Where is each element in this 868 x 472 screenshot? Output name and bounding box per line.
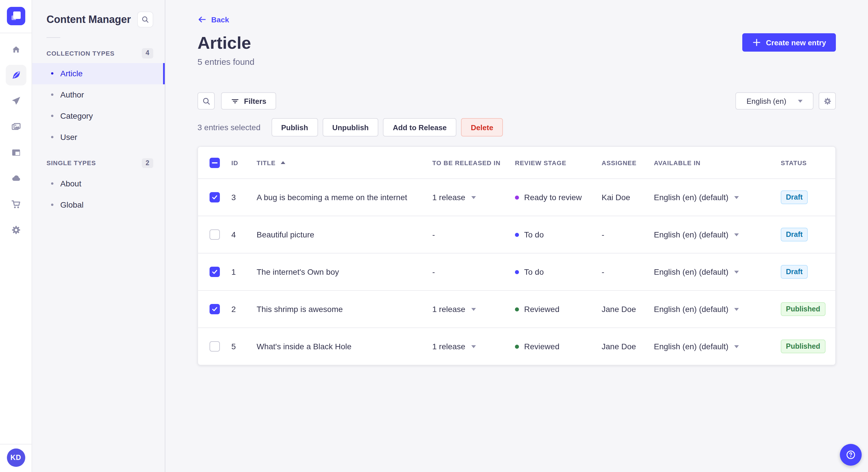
cell-title: The internet's Own boy <box>257 267 432 276</box>
section-label: COLLECTION TYPES <box>46 50 115 57</box>
help-icon <box>845 449 857 461</box>
sidebar-item-label: Category <box>60 111 93 121</box>
cell-review-stage: To do <box>515 267 601 276</box>
user-avatar[interactable]: KD <box>7 448 25 467</box>
cell-release[interactable]: 1 release <box>432 193 515 202</box>
strapi-logo[interactable] <box>7 7 25 25</box>
chevron-down-icon <box>471 308 476 310</box>
delete-button[interactable]: Delete <box>461 118 503 136</box>
rail-bottom-divider <box>0 444 32 444</box>
cell-assignee: Jane Doe <box>601 305 654 314</box>
table-row[interactable]: 5 What's inside a Black Hole 1 release R… <box>198 328 835 365</box>
home-icon[interactable] <box>5 39 26 60</box>
subnav-search-button[interactable] <box>137 11 153 28</box>
sidebar-item-global[interactable]: Global <box>32 194 165 215</box>
check-icon <box>211 268 218 275</box>
cell-review-stage: To do <box>515 230 601 239</box>
cell-release[interactable]: 1 release <box>432 342 515 351</box>
help-button[interactable] <box>840 444 862 466</box>
column-header-assignee: ASSIGNEE <box>601 159 654 166</box>
marketplace-cart-icon[interactable] <box>5 194 26 214</box>
content-type-builder-layout-icon[interactable] <box>5 142 26 163</box>
sidebar-item-author[interactable]: Author <box>32 84 165 105</box>
search-entries-button[interactable] <box>197 92 215 109</box>
single-types-section: SINGLE TYPES 2 About Global <box>32 154 165 215</box>
filter-icon <box>231 97 239 105</box>
cell-available-in[interactable]: English (en) (default) <box>654 193 781 202</box>
unpublish-button[interactable]: Unpublish <box>322 118 378 136</box>
stage-dot-icon <box>515 270 519 274</box>
bullet-icon <box>51 182 53 184</box>
column-header-release: TO BE RELEASED IN <box>432 159 515 166</box>
stage-dot-icon <box>515 195 519 199</box>
sidebar-item-category[interactable]: Category <box>32 105 165 127</box>
section-count-badge: 4 <box>142 48 153 58</box>
column-header-status: STATUS <box>781 159 835 166</box>
table-row[interactable]: 2 This shrimp is awesome 1 release Revie… <box>198 290 835 328</box>
selection-summary: 3 entries selected <box>197 123 260 132</box>
sidebar-item-label: Author <box>60 90 84 99</box>
search-icon <box>141 15 149 24</box>
table-header-row: ID TITLE TO BE RELEASED IN REVIEW STAGE … <box>198 147 835 178</box>
releases-paper-plane-icon[interactable] <box>5 91 26 111</box>
row-checkbox[interactable] <box>210 267 220 277</box>
chevron-down-icon <box>734 270 739 273</box>
row-checkbox[interactable] <box>210 229 220 240</box>
entries-count: 5 entries found <box>197 57 255 67</box>
bullet-icon <box>51 72 53 74</box>
main-content: Back Article 5 entries found Create new … <box>165 0 868 472</box>
add-to-release-button[interactable]: Add to Release <box>383 118 456 136</box>
column-header-id[interactable]: ID <box>231 159 257 166</box>
cell-title: A bug is becoming a meme on the internet <box>257 193 432 202</box>
chevron-down-icon <box>471 345 476 348</box>
cell-available-in[interactable]: English (en) (default) <box>654 267 781 276</box>
create-new-entry-button[interactable]: Create new entry <box>742 33 836 52</box>
row-checkbox[interactable] <box>210 341 220 351</box>
strapi-logo-icon <box>7 7 25 25</box>
sidebar-item-label: Global <box>60 200 84 209</box>
table-row[interactable]: 1 The internet's Own boy - To do - Engli… <box>198 253 835 290</box>
sidebar-item-label: About <box>60 179 81 188</box>
plus-icon <box>752 38 761 47</box>
cell-available-in[interactable]: English (en) (default) <box>654 230 781 239</box>
view-settings-button[interactable] <box>818 92 836 109</box>
cell-status: Draft <box>781 228 835 241</box>
selection-action-bar: 3 entries selected Publish Unpublish Add… <box>197 118 836 136</box>
media-library-pictures-icon[interactable] <box>5 116 26 137</box>
locale-select[interactable]: English (en) <box>735 92 813 109</box>
cell-status: Draft <box>781 191 835 204</box>
cell-title: Beautiful picture <box>257 230 432 239</box>
cell-review-stage: Ready to review <box>515 193 601 202</box>
back-link[interactable]: Back <box>197 15 229 24</box>
table-row[interactable]: 4 Beautiful picture - To do - English (e… <box>198 216 835 253</box>
list-toolbar: Filters English (en) <box>197 92 836 109</box>
cloud-icon[interactable] <box>5 168 26 189</box>
column-header-title[interactable]: TITLE <box>257 159 432 166</box>
cell-release[interactable]: 1 release <box>432 305 515 314</box>
settings-gear-icon[interactable] <box>5 220 26 240</box>
sidebar-item-about[interactable]: About <box>32 173 165 194</box>
row-checkbox[interactable] <box>210 304 220 314</box>
row-checkbox[interactable] <box>210 192 220 202</box>
cell-assignee: Jane Doe <box>601 342 654 351</box>
bullet-icon <box>51 203 53 206</box>
cell-available-in[interactable]: English (en) (default) <box>654 305 781 314</box>
sidebar-item-article[interactable]: Article <box>32 63 165 84</box>
cell-release: - <box>432 267 515 276</box>
stage-dot-icon <box>515 344 519 348</box>
stage-dot-icon <box>515 233 519 237</box>
content-manager-feather-icon[interactable] <box>5 65 26 86</box>
filters-button[interactable]: Filters <box>221 92 276 109</box>
page-title: Article <box>197 33 255 53</box>
status-badge: Draft <box>781 228 808 241</box>
sidebar-item-user[interactable]: User <box>32 127 165 148</box>
section-count-badge: 2 <box>142 158 153 168</box>
table-row[interactable]: 3 A bug is becoming a meme on the intern… <box>198 178 835 216</box>
publish-button[interactable]: Publish <box>271 118 318 136</box>
chevron-down-icon <box>734 196 739 199</box>
cell-available-in[interactable]: English (en) (default) <box>654 342 781 351</box>
content-manager-subnav: Content Manager COLLECTION TYPES 4 Artic… <box>32 0 165 472</box>
section-label: SINGLE TYPES <box>46 160 96 167</box>
select-all-checkbox[interactable] <box>210 158 220 168</box>
status-badge: Draft <box>781 191 808 204</box>
